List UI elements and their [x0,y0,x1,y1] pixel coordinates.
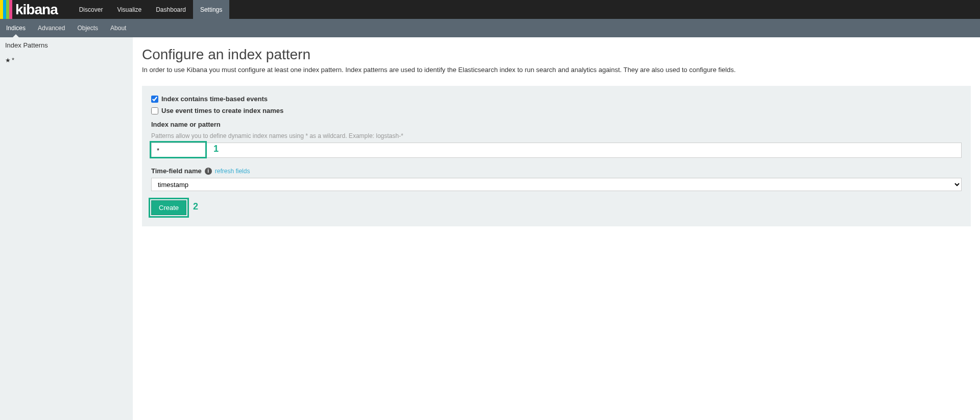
subnav-tab-advanced[interactable]: Advanced [32,19,71,37]
logo-stripes [0,0,12,19]
page-title: Configure an index pattern [142,46,971,63]
subnav-tab-indices[interactable]: Indices [0,19,32,37]
index-pattern-form-panel: Index contains time-based events Use eve… [142,86,971,226]
content-area: Configure an index pattern In order to u… [133,37,980,420]
settings-subnav: Indices Advanced Objects About [0,19,980,37]
nav-tab-dashboard[interactable]: Dashboard [149,0,193,19]
annotation-number-2: 2 [193,201,198,212]
nav-tab-settings[interactable]: Settings [193,0,229,19]
nav-tabs: Discover Visualize Dashboard Settings [72,0,230,19]
time-field-label: Time-field name [151,167,202,175]
sidebar-item-label: * [12,56,14,64]
checkbox-time-based[interactable] [151,96,158,103]
index-name-label: Index name or pattern [151,121,962,128]
star-icon: ★ [5,57,11,64]
info-icon[interactable]: i [205,168,212,175]
checkbox-event-times-label[interactable]: Use event times to create index names [161,107,283,114]
sidebar-header: Index Patterns [0,37,133,53]
checkbox-event-times[interactable] [151,107,158,114]
nav-tab-visualize[interactable]: Visualize [110,0,149,19]
create-button[interactable]: Create [151,200,186,215]
logo[interactable]: kibana [0,0,62,19]
nav-tab-discover[interactable]: Discover [72,0,110,19]
sidebar-item-default-pattern[interactable]: ★* [0,53,133,67]
refresh-fields-link[interactable]: refresh fields [215,168,250,175]
index-name-help: Patterns allow you to define dynamic ind… [151,132,962,139]
subnav-tab-about[interactable]: About [104,19,132,37]
time-field-select[interactable]: timestamp [151,178,962,191]
subnav-tab-objects[interactable]: Objects [71,19,104,37]
top-navbar: kibana Discover Visualize Dashboard Sett… [0,0,980,19]
index-name-input[interactable] [151,143,962,158]
page-description: In order to use Kibana you must configur… [142,66,971,74]
checkbox-time-based-label[interactable]: Index contains time-based events [161,95,268,103]
logo-text: kibana [15,0,58,19]
sidebar: Index Patterns ★* [0,37,133,420]
